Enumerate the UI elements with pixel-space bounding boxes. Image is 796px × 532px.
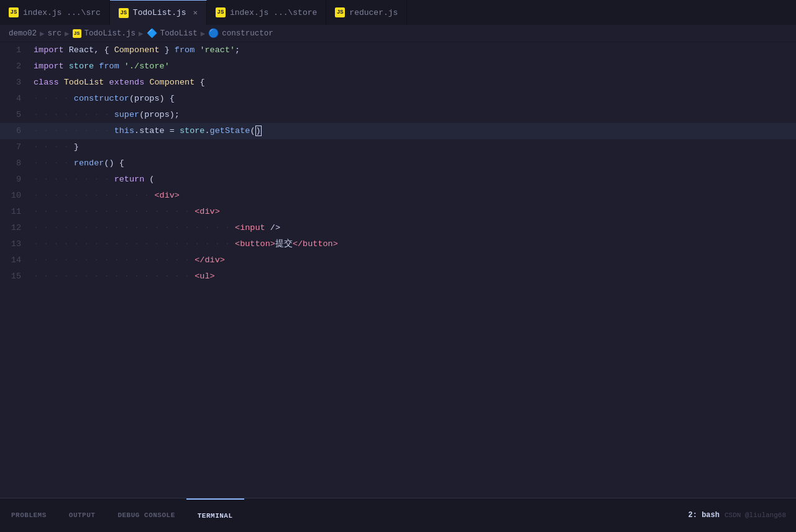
line-content: · · · · · · · · · · · · · · · · <ul> bbox=[32, 268, 796, 285]
js-icon: JS bbox=[335, 7, 345, 17]
line-content: · · · · constructor(props) { bbox=[32, 91, 796, 107]
tab-bar: JSindex.js ...\srcJSTodoList.js✕JSindex.… bbox=[0, 0, 796, 25]
bottom-right: 2: bashCSDN @liulang68 bbox=[688, 498, 796, 532]
tab-todolist[interactable]: JSTodoList.js✕ bbox=[110, 0, 207, 25]
line-number: 11 bbox=[0, 204, 32, 220]
tab-index-src[interactable]: JSindex.js ...\src bbox=[0, 0, 110, 25]
indent-dots: · · · · · · · · · · · · · · · · bbox=[34, 255, 194, 265]
js-icon: JS bbox=[9, 7, 19, 17]
token: store bbox=[180, 126, 205, 135]
line-number: 4 bbox=[0, 91, 32, 107]
token: /> bbox=[270, 223, 280, 232]
line-content: · · · · · · · · · · · · · · · · · · · · … bbox=[32, 236, 796, 252]
code-line: 3class TodoList extends Component { bbox=[0, 75, 796, 91]
line-content: · · · · · · · · return ( bbox=[32, 172, 796, 188]
code-line: 4· · · · constructor(props) { bbox=[0, 91, 796, 107]
breadcrumb-part: TodoList bbox=[160, 29, 198, 38]
token: <div> bbox=[194, 207, 220, 216]
token: store bbox=[69, 62, 94, 71]
line-content: · · · · · · · · · · · · · · · · <div> bbox=[32, 204, 796, 220]
bottom-tab-output[interactable]: OUTPUT bbox=[58, 498, 107, 532]
token: render bbox=[74, 158, 104, 168]
code-lines: 1import React, { Component } from 'react… bbox=[0, 42, 796, 498]
token: Component bbox=[149, 78, 194, 87]
indent-dots: · · · · bbox=[34, 94, 74, 103]
line-number: 5 bbox=[0, 107, 32, 123]
indent-dots: · · · · · · · · bbox=[34, 175, 114, 184]
token: } bbox=[74, 142, 79, 152]
token: return bbox=[114, 175, 145, 184]
token bbox=[119, 62, 124, 71]
tab-reducer[interactable]: JSreducer.js bbox=[326, 0, 407, 25]
code-line: 5· · · · · · · · super(props); bbox=[0, 107, 796, 123]
indent-dots: · · · · bbox=[34, 158, 74, 168]
token: super bbox=[114, 110, 140, 119]
code-line: 9· · · · · · · · return ( bbox=[0, 172, 796, 188]
terminal-label: 2: bash bbox=[688, 511, 720, 520]
token: extends bbox=[109, 78, 145, 87]
tab-label: reducer.js bbox=[349, 8, 398, 17]
bottom-tab-terminal[interactable]: TERMINAL bbox=[186, 498, 244, 532]
token: <div> bbox=[154, 191, 180, 200]
token: './store' bbox=[124, 62, 170, 71]
code-line: 10· · · · · · · · · · · · <div> bbox=[0, 188, 796, 204]
code-line: 15· · · · · · · · · · · · · · · · <ul> bbox=[0, 268, 796, 285]
breadcrumb-js-icon: JS bbox=[73, 29, 81, 38]
indent-dots: · · · · · · · · bbox=[34, 110, 114, 119]
token: ; bbox=[235, 45, 240, 55]
line-number: 12 bbox=[0, 220, 32, 236]
token: import bbox=[34, 62, 64, 71]
token: (props) { bbox=[129, 94, 175, 103]
bottom-panel: PROBLEMSOUTPUTDEBUG CONSOLETERMINAL2: ba… bbox=[0, 498, 796, 532]
line-number: 14 bbox=[0, 252, 32, 268]
token bbox=[64, 62, 69, 71]
line-content: import React, { Component } from 'react'… bbox=[32, 42, 796, 58]
tab-close-icon[interactable]: ✕ bbox=[193, 8, 198, 17]
token: . bbox=[204, 126, 209, 135]
line-content: · · · · } bbox=[32, 139, 796, 155]
indent-dots: · · · · · · · · · · · · · · · · bbox=[34, 207, 194, 216]
bottom-tab-problems[interactable]: PROBLEMS bbox=[0, 498, 58, 532]
tab-label: TodoList.js bbox=[133, 8, 186, 17]
breadcrumb-separator: ▶ bbox=[139, 29, 144, 39]
token: React, { bbox=[64, 45, 114, 55]
indent-dots: · · · · · · · · bbox=[34, 126, 114, 135]
line-number: 3 bbox=[0, 75, 32, 91]
code-line: 8· · · · render() { bbox=[0, 155, 796, 172]
tab-index-store[interactable]: JSindex.js ...\store bbox=[207, 0, 326, 25]
token: } bbox=[160, 45, 175, 55]
line-content: · · · · · · · · · · · · <div> bbox=[32, 188, 796, 204]
line-number: 10 bbox=[0, 188, 32, 204]
bottom-tab-debug-console[interactable]: DEBUG CONSOLE bbox=[106, 498, 186, 532]
indent-dots: · · · · · · · · · · · · · · · · · · · · bbox=[34, 223, 235, 232]
line-content: · · · · render() { bbox=[32, 155, 796, 172]
js-icon: JS bbox=[216, 7, 226, 17]
token: (props); bbox=[139, 110, 180, 119]
code-line: 2import store from './store' bbox=[0, 58, 796, 75]
breadcrumb: demo02▶src▶JSTodoList.js▶🔷TodoList▶🔵cons… bbox=[0, 25, 796, 42]
line-number: 6 bbox=[0, 123, 32, 139]
token: from bbox=[99, 62, 119, 71]
token: <input bbox=[235, 223, 270, 232]
breadcrumb-separator: ▶ bbox=[201, 29, 206, 39]
code-line: 1import React, { Component } from 'react… bbox=[0, 42, 796, 58]
breadcrumb-separator: ▶ bbox=[65, 29, 70, 39]
token: import bbox=[34, 45, 64, 55]
token: getState bbox=[210, 126, 250, 135]
token: class bbox=[34, 78, 59, 87]
token: TodoList bbox=[64, 78, 104, 87]
line-number: 2 bbox=[0, 58, 32, 75]
line-content: · · · · · · · · · · · · · · · · </div> bbox=[32, 252, 796, 268]
line-content: · · · · · · · · this.state = store.getSt… bbox=[32, 123, 796, 139]
token: { bbox=[194, 78, 204, 87]
breadcrumb-constructor-icon: 🔵 bbox=[208, 28, 219, 39]
token: constructor bbox=[74, 94, 129, 103]
breadcrumb-separator: ▶ bbox=[40, 29, 45, 39]
token bbox=[59, 78, 64, 87]
line-number: 15 bbox=[0, 268, 32, 285]
line-content: · · · · · · · · · · · · · · · · · · · · … bbox=[32, 220, 796, 236]
token: this bbox=[114, 126, 134, 135]
code-line: 12· · · · · · · · · · · · · · · · · · · … bbox=[0, 220, 796, 236]
token: </div> bbox=[194, 255, 225, 265]
token: .state = bbox=[134, 126, 180, 135]
